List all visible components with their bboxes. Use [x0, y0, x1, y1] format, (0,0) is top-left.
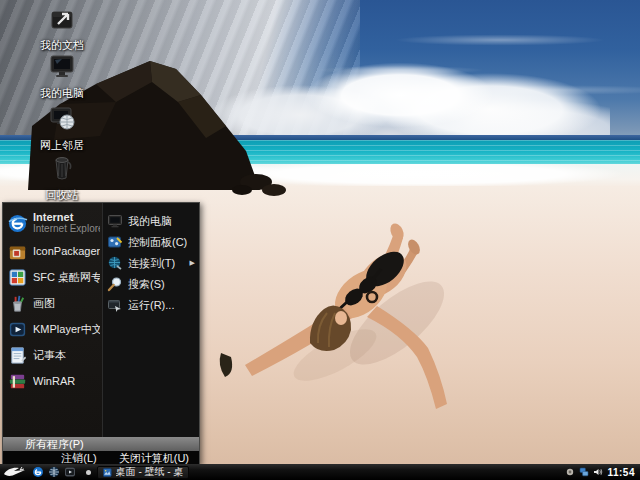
control-panel-icon: [107, 234, 123, 250]
internet-explorer-icon[interactable]: [32, 466, 44, 478]
tray-status-icon[interactable]: [565, 467, 575, 477]
submenu-arrow-icon: ▶: [190, 257, 197, 269]
paint-icon: [7, 293, 28, 314]
internet-explorer-icon: [7, 213, 28, 234]
task-button-label: 桌面 - 壁纸 - 桌酷...: [116, 465, 183, 479]
start-menu-item-my-computer[interactable]: 我的电脑: [103, 210, 199, 231]
start-menu-item-label: 画图: [33, 297, 55, 309]
start-menu-item-notepad[interactable]: 记事本: [3, 342, 102, 368]
start-menu-item-label: 控制面板(C): [128, 236, 187, 248]
start-button[interactable]: [0, 464, 30, 480]
start-menu-places-column: 我的电脑 控制面板(C): [102, 203, 199, 437]
task-button-wallpaper-window[interactable]: 桌面 - 壁纸 - 桌酷...: [97, 466, 189, 479]
system-tray: 11:54: [565, 467, 640, 478]
tray-network-icon[interactable]: [579, 467, 589, 477]
start-menu-item-label: 我的电脑: [128, 215, 172, 227]
session-bar: 注销(L) 关闭计算机(U): [3, 451, 199, 465]
start-menu-item-kmplayer[interactable]: KMPlayer中文版: [3, 316, 102, 342]
start-menu-item-label: 记事本: [33, 349, 66, 361]
desktop-icon-label: 我的文档: [40, 39, 84, 51]
taskbar: 桌面 - 壁纸 - 桌酷... 11:54: [0, 464, 640, 480]
all-programs-button[interactable]: 所有程序(P): [3, 437, 199, 451]
recycle-bin-icon: [48, 154, 76, 182]
run-icon: [107, 297, 123, 313]
my-documents-icon: [48, 4, 76, 32]
start-menu-item-search[interactable]: 搜索(S): [103, 273, 199, 294]
start-bird-icon: [3, 466, 27, 479]
desktop-icon-label: 我的电脑: [40, 87, 84, 99]
desktop-icon-label: 网上邻居: [40, 139, 84, 151]
start-menu-item-label: IconPackager: [33, 245, 100, 257]
iconpackager-icon: [7, 241, 28, 262]
search-icon: [107, 276, 123, 292]
desktop-icon-label: 回收站: [46, 189, 79, 201]
start-menu-item-iconpackager[interactable]: IconPackager: [3, 238, 102, 264]
taskbar-clock: 11:54: [607, 467, 635, 478]
start-menu-item-run[interactable]: 运行(R)...: [103, 294, 199, 315]
winrar-icon: [7, 371, 28, 392]
start-menu-item-label: 连接到(T): [128, 257, 175, 269]
media-player-icon[interactable]: [64, 466, 76, 478]
quick-launch-bar: [32, 466, 76, 478]
wallpaper-cumulus-clouds: [210, 35, 610, 150]
my-computer-icon: [107, 213, 123, 229]
kmplayer-icon: [7, 319, 28, 340]
browser-globe-icon[interactable]: [48, 466, 60, 478]
tray-volume-icon[interactable]: [593, 467, 603, 477]
start-menu-item-label: KMPlayer中文版: [33, 323, 100, 335]
desktop-icon-recycle-bin[interactable]: 回收站: [24, 154, 100, 203]
start-menu-item-connect-to[interactable]: 连接到(T) ▶: [103, 252, 199, 273]
start-menu-item-label: 搜索(S): [128, 278, 165, 290]
start-menu-item-label: Internet Internet Explorer: [33, 211, 100, 235]
start-menu-item-sfc-zhuoku[interactable]: SFC 桌酷网专用版: [3, 264, 102, 290]
notepad-icon: [7, 345, 28, 366]
start-menu-programs-column: Internet Internet Explorer IconPackager: [3, 203, 102, 437]
connect-to-icon: [107, 255, 123, 271]
desktop: 我的文档 我的电脑 网上邻居 回收站: [0, 0, 640, 480]
all-programs-label: 所有程序(P): [25, 437, 84, 452]
my-computer-icon: [48, 52, 76, 80]
start-menu-item-label: SFC 桌酷网专用版: [33, 271, 100, 283]
desktop-icon-network-places[interactable]: 网上邻居: [24, 104, 100, 153]
desktop-icon-my-computer[interactable]: 我的电脑: [24, 52, 100, 101]
start-menu-item-control-panel[interactable]: 控制面板(C): [103, 231, 199, 252]
desktop-icon-my-documents[interactable]: 我的文档: [24, 4, 100, 53]
quick-launch-chevron-icon[interactable]: [86, 470, 91, 475]
start-menu-item-winrar[interactable]: WinRAR: [3, 368, 102, 394]
start-menu: Internet Internet Explorer IconPackager: [2, 202, 200, 465]
network-places-icon: [48, 104, 76, 132]
sfc-zhuoku-icon: [7, 267, 28, 288]
picture-file-icon: [103, 467, 112, 478]
start-menu-item-label: 运行(R)...: [128, 299, 174, 311]
start-menu-item-label: WinRAR: [33, 375, 75, 387]
start-menu-item-internet[interactable]: Internet Internet Explorer: [3, 208, 102, 238]
start-menu-item-paint[interactable]: 画图: [3, 290, 102, 316]
